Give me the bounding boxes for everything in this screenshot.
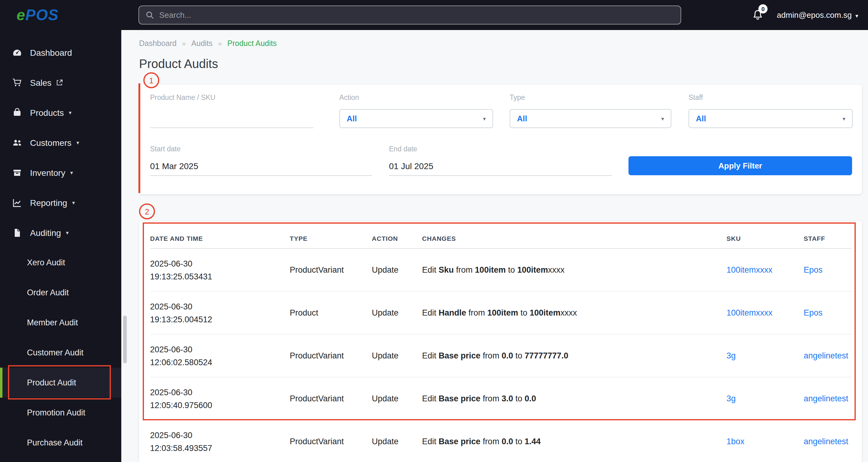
sidebar-item-dashboard[interactable]: Dashboard <box>0 37 121 67</box>
sidebar-item-xero-audit[interactable]: Xero Audit <box>0 248 121 278</box>
reporting-icon <box>12 197 23 208</box>
sidebar-item-label: Products <box>30 107 64 117</box>
sidebar-item-reporting[interactable]: Reporting▾ <box>0 187 121 217</box>
staff-label: Staff <box>688 94 703 101</box>
logo-text-pos: POS <box>25 6 59 23</box>
logo-text-e: e <box>17 6 25 23</box>
sidebar-subitem-label: Member Audit <box>27 318 78 327</box>
external-link-icon <box>56 79 63 86</box>
type-select[interactable]: All ▾ <box>510 109 671 128</box>
breadcrumb: Dashboard»Audits»Product Audits <box>139 39 862 49</box>
table-row: 2025-06-3012:03:58.493557ProductVariantU… <box>150 420 852 462</box>
sidebar-item-customers[interactable]: Customers▾ <box>0 127 121 157</box>
sidebar-item-purchase-audit[interactable]: Purchase Audit <box>0 428 121 458</box>
sidebar-subitem-label: Customer Audit <box>27 348 84 357</box>
inventory-icon <box>12 167 23 178</box>
sidebar-subitem-label: Promotion Audit <box>27 408 86 417</box>
staff-select-value: All <box>696 114 706 123</box>
cell-staff-link[interactable]: angelinetest <box>804 437 852 446</box>
chevron-down-icon: ▾ <box>76 140 79 146</box>
sidebar-subitem-label: Xero Audit <box>27 258 65 267</box>
chevron-down-icon: ▾ <box>69 110 72 116</box>
action-select-value: All <box>347 114 357 123</box>
annotation-table-rect <box>143 222 856 420</box>
sidebar-item-customer-audit[interactable]: Customer Audit <box>0 338 121 368</box>
cell-date-time: 2025-06-3012:03:58.493557 <box>150 429 290 454</box>
end-date-input[interactable]: 01 Jul 2025 <box>389 157 612 176</box>
search-input[interactable] <box>159 10 675 20</box>
sidebar-item-member-audit[interactable]: Member Audit <box>0 308 121 338</box>
sidebar-item-label: Dashboard <box>30 48 72 57</box>
breadcrumb-separator: » <box>218 40 222 47</box>
chevron-down-icon: ▾ <box>843 116 845 122</box>
type-label: Type <box>510 94 525 101</box>
annotation-product-audit-rect <box>8 365 111 400</box>
breadcrumb-item[interactable]: Dashboard <box>139 39 177 48</box>
chevron-down-icon: ▾ <box>661 116 664 122</box>
sidebar-item-label: Reporting <box>30 197 67 207</box>
breadcrumb-item[interactable]: Audits <box>191 39 213 48</box>
sidebar-item-inventory[interactable]: Inventory▾ <box>0 157 121 187</box>
sidebar-scrollbar[interactable] <box>123 315 127 363</box>
end-date-value: 01 Jul 2025 <box>389 161 433 171</box>
page-title: Product Audits <box>139 57 862 72</box>
annotation-step-2: 2 <box>139 204 155 219</box>
sidebar-item-sales[interactable]: Sales <box>0 67 121 97</box>
auditing-icon <box>12 227 23 238</box>
cell-type: ProductVariant <box>290 437 372 446</box>
sidebar-item-order-audit[interactable]: Order Audit <box>0 278 121 308</box>
sidebar-subitem-label: Order Audit <box>27 288 69 297</box>
annotation-step-1: 1 <box>143 72 159 88</box>
sidebar-item-promotion-audit[interactable]: Promotion Audit <box>0 398 121 428</box>
cell-changes: Edit Base price from 0.0 to 1.44 <box>422 437 726 446</box>
sidebar-item-label: Inventory <box>30 167 65 177</box>
customers-icon <box>12 137 23 148</box>
search-icon <box>145 10 154 20</box>
staff-select[interactable]: All ▾ <box>688 109 853 128</box>
user-email: admin@epos.com.sg <box>777 10 852 20</box>
sidebar-item-auditing[interactable]: Auditing▾ <box>0 217 121 248</box>
cell-action: Update <box>372 437 422 446</box>
start-date-value: 01 Mar 2025 <box>150 161 198 171</box>
annotation-filter-line <box>138 83 140 193</box>
breadcrumb-separator: » <box>182 40 186 47</box>
app: ePOS 0 admin@epos.com.sg ▾ DashboardSale… <box>0 0 868 462</box>
sidebar-subitem-label: Purchase Audit <box>27 438 83 447</box>
chevron-down-icon: ▾ <box>856 12 858 19</box>
action-label: Action <box>339 94 359 101</box>
sidebar-item-label: Customers <box>30 137 71 147</box>
sidebar-item-label: Sales <box>30 78 52 87</box>
chevron-down-icon: ▾ <box>66 229 69 236</box>
product-sku-input[interactable] <box>150 109 314 128</box>
cell-sku-link[interactable]: 1box <box>726 437 804 446</box>
products-icon <box>12 107 23 118</box>
filter-panel: Product Name / SKU Action All ▾ Type All… <box>139 85 862 194</box>
chevron-down-icon: ▾ <box>72 199 75 206</box>
sidebar-item-products[interactable]: Products▾ <box>0 97 121 127</box>
action-select[interactable]: All ▾ <box>339 109 493 128</box>
end-date-label: End date <box>389 145 417 153</box>
product-sku-label: Product Name / SKU <box>150 94 215 101</box>
search-bar <box>138 5 681 25</box>
start-date-input[interactable]: 01 Mar 2025 <box>150 157 372 176</box>
dashboard-icon <box>12 47 23 58</box>
sales-icon <box>12 77 23 88</box>
start-date-label: Start date <box>150 145 181 153</box>
notification-badge: 0 <box>758 4 768 13</box>
apply-filter-button[interactable]: Apply Filter <box>628 156 852 175</box>
chevron-down-icon: ▾ <box>70 170 73 176</box>
epos-logo[interactable]: ePOS <box>17 6 59 24</box>
type-select-value: All <box>517 114 527 123</box>
sidebar-item-label: Auditing <box>30 227 61 238</box>
topbar: ePOS 0 admin@epos.com.sg ▾ <box>0 0 868 30</box>
breadcrumb-item[interactable]: Product Audits <box>227 39 277 48</box>
notifications-button[interactable]: 0 <box>752 9 765 21</box>
user-menu[interactable]: admin@epos.com.sg ▾ <box>777 10 858 20</box>
chevron-down-icon: ▾ <box>483 116 486 122</box>
topbar-right: 0 admin@epos.com.sg ▾ <box>752 0 858 30</box>
